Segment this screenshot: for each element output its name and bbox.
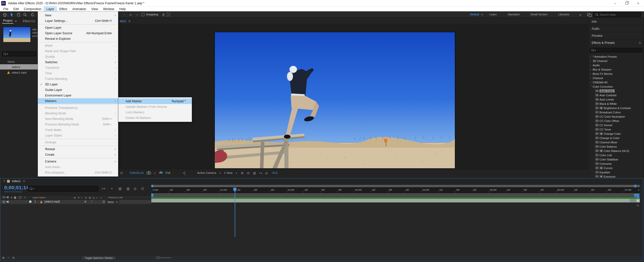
effects-group-blur-sharpen[interactable]: ›Blur & Sharpen <box>589 67 643 72</box>
menu-item-markers[interactable]: Markers› <box>38 98 118 104</box>
playhead-line[interactable] <box>235 187 235 237</box>
workspace-overflow-icon[interactable]: » <box>579 13 581 17</box>
column-header-name[interactable]: Name <box>8 60 15 63</box>
effect-item-color-link[interactable]: 8Color Link <box>589 153 643 157</box>
column-parent-link[interactable]: Parent & Link <box>108 196 123 199</box>
effect-item-exposure[interactable]: 32▣Exposure <box>589 174 643 178</box>
magnification-dropdown[interactable]: Full ▾ <box>166 171 184 174</box>
menu-item-3d-layer[interactable]: ✓3D Layer <box>38 82 118 87</box>
submenu-item-update-markers-from-source[interactable]: Update Markers From Source <box>118 104 192 110</box>
effect-item-auto-contrast[interactable]: 16Auto Contrast <box>589 93 643 97</box>
effect-item-colorama[interactable]: 16Colorama <box>589 161 643 166</box>
effect-item-cc-color-offset[interactable]: 16CC Color Offset <box>589 119 643 123</box>
switch-column-icon-7[interactable]: ◇ <box>100 196 102 199</box>
menubar-item-window[interactable]: Window <box>101 7 116 11</box>
motion-blur-icon[interactable]: ◎ <box>134 187 136 190</box>
pen-snap-icon[interactable] <box>160 12 166 17</box>
menu-item-mask-and-shape-path[interactable]: Mask and Shape Path› <box>38 48 118 54</box>
menu-item-mask[interactable]: Mask› <box>38 43 118 48</box>
expand-inout-icon[interactable]: ◔ <box>7 256 9 259</box>
menu-item-layer-settings[interactable]: Layer Settings...Ctrl+Shift+Y <box>38 18 118 24</box>
switch-column-icon-1[interactable]: ☀ <box>77 196 80 199</box>
composition-viewer[interactable] <box>119 24 588 169</box>
effects-group-boris-fx-mocha[interactable]: ›Boris FX Mocha <box>589 72 643 76</box>
snapshot-camera-icon[interactable] <box>147 171 151 175</box>
menu-item-switches[interactable]: Switches› <box>38 59 118 65</box>
layer-anchor-switch[interactable]: ⊕ <box>84 200 87 203</box>
layer-name-video1-mp4[interactable]: [video1.mp4] <box>45 200 60 203</box>
switch-column-icon-4[interactable]: ⊞ <box>89 196 91 199</box>
effect-item-channel-mixer[interactable]: 32Channel Mixer <box>589 140 643 144</box>
workspace-panel-icon[interactable] <box>587 12 592 17</box>
panel-preview[interactable]: Preview <box>592 34 602 38</box>
graph-editor-icon[interactable]: ⊡ <box>141 187 144 190</box>
comp-marker-icon[interactable]: ✎ <box>637 204 639 207</box>
switch-column-icon-2[interactable]: \ <box>81 196 82 199</box>
effects-search-box[interactable]: ▾ <box>590 48 642 52</box>
submenu-item-add-marker[interactable]: Add MarkerNumpad * <box>118 99 192 104</box>
menubar-item-help[interactable]: Help <box>117 7 128 11</box>
effect-item-cc-toner[interactable]: 32CC Toner <box>589 127 643 132</box>
effect-item-change-color[interactable]: 32▣Change Color <box>589 132 643 136</box>
menu-item-camera[interactable]: Camera› <box>38 159 118 164</box>
switch-column-icon-3[interactable]: fx <box>85 196 87 199</box>
timeline-navigator[interactable] <box>151 185 640 187</box>
menu-item-blending-mode[interactable]: Blending Mode› <box>38 111 118 116</box>
menu-item-previous-blending-mode[interactable]: Previous Blending ModeShift+- <box>38 122 118 127</box>
pixel-aspect-icon[interactable]: ⊟ <box>247 171 250 175</box>
timeline-tab-video1[interactable]: video1 <box>12 179 21 183</box>
solo-icon[interactable]: ● <box>11 196 12 199</box>
time-ruler[interactable]: 0:00f15f30f45f01:00f15f30f45f02:00f15f30… <box>151 187 640 193</box>
effect-item-black-white[interactable]: 16Black & White <box>589 102 643 106</box>
timeline-graph-area[interactable]: 0:00f15f30f45f01:00f15f30f45f02:00f15f30… <box>151 184 640 261</box>
menubar-item-edit[interactable]: Edit <box>11 7 21 11</box>
menubar-item-animation[interactable]: Animation <box>70 7 89 11</box>
eye-icon[interactable] <box>2 201 6 204</box>
hide-shy-icon[interactable]: ▤ <box>118 187 122 190</box>
work-area-end-handle[interactable] <box>634 193 636 197</box>
tab-composition-video1[interactable]: deo1 <box>120 19 127 23</box>
switch-column-icon-6[interactable]: ◐ <box>96 196 98 199</box>
effect-item-color-balance[interactable]: 16Color Balance <box>589 144 643 149</box>
menubar-item-composition[interactable]: Composition <box>22 7 44 11</box>
audio-icon[interactable] <box>7 201 9 204</box>
workspace-standard[interactable]: Standard <box>508 13 519 16</box>
menu-item-create[interactable]: Create› <box>38 152 118 157</box>
audio-icon[interactable] <box>7 196 9 199</box>
workspace-learn[interactable]: Learn <box>489 13 497 16</box>
effect-item-color-stabilizer[interactable]: 16Color Stabilizer <box>589 157 643 161</box>
menu-item-arrange[interactable]: Arrange› <box>38 140 118 145</box>
effects-panel-menu-icon[interactable]: ≡ <box>639 41 641 45</box>
menu-item-next-blending-mode[interactable]: Next Blending ModeShift+= <box>38 116 118 122</box>
menu-item-reveal[interactable]: Reveal› <box>38 146 118 152</box>
search-help-input[interactable] <box>600 13 637 16</box>
effect-item-equalize[interactable]: 8Equalize <box>589 170 643 174</box>
menu-item-open-layer-source[interactable]: Open Layer SourceAlt+Numpad Enter <box>38 30 118 36</box>
switch-column-icon-0[interactable]: ⊕ <box>74 196 76 199</box>
hand-tool[interactable] <box>16 12 21 17</box>
exposure-value[interactable]: +0.0 <box>272 171 277 174</box>
camera-dropdown[interactable]: Active Camera ▾ <box>197 171 221 174</box>
effect-item-auto-levels[interactable]: 16Auto Levels <box>589 97 643 102</box>
switch-column-icon-5[interactable]: ◎ <box>93 196 95 199</box>
lock-icon[interactable] <box>14 196 16 199</box>
label-column-icon[interactable] <box>19 196 22 199</box>
composition-tab-menu-icon[interactable]: ≡ <box>129 19 130 23</box>
home-icon[interactable] <box>2 12 8 17</box>
menu-item-new[interactable]: New› <box>38 13 118 18</box>
roi-icon[interactable] <box>185 172 185 175</box>
work-area-band[interactable] <box>151 193 640 197</box>
menu-item-preserve-transparency[interactable]: Preserve Transparency <box>38 105 118 111</box>
menu-item-auto-trace[interactable]: Auto-trace... <box>38 164 118 170</box>
project-search-box[interactable]: ▾ <box>2 51 36 56</box>
menu-item-transform[interactable]: Transform› <box>38 65 118 71</box>
work-area-start-handle[interactable] <box>151 193 153 197</box>
effects-group-audio[interactable]: ›Audio <box>589 63 643 67</box>
current-timecode[interactable]: 0;00;01;14 <box>4 185 29 190</box>
menu-item-reveal-in-explorer[interactable]: Reveal in Explorer <box>38 36 118 42</box>
parent-pickwhip-icon[interactable]: @ <box>102 200 105 203</box>
zoom-tool[interactable] <box>22 12 28 17</box>
comp-flowchart-icon[interactable]: ⊶ <box>102 187 105 190</box>
draft-3d-icon[interactable]: ✧ <box>110 187 113 190</box>
tab-project[interactable]: Project <box>2 18 13 24</box>
